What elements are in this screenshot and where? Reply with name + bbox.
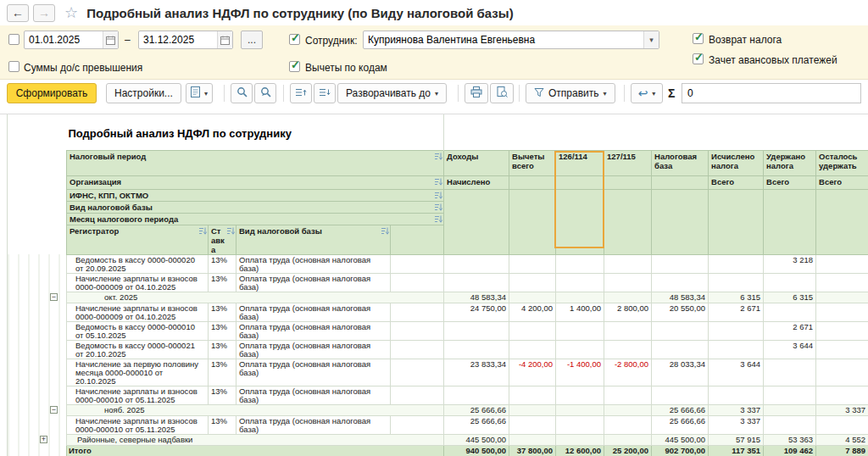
base-kind-cell[interactable]: Оплата труда (основная налоговая база) bbox=[236, 303, 391, 321]
value-cell[interactable]: 25 666,66 bbox=[444, 415, 509, 434]
sort-icon[interactable] bbox=[435, 153, 442, 161]
registrar-cell[interactable]: Начисление зарплаты и взносов 0000-00001… bbox=[67, 415, 209, 434]
value-cell[interactable]: 7 889 bbox=[816, 445, 868, 456]
deductions-by-code-checkbox[interactable] bbox=[289, 61, 300, 72]
value-cell[interactable]: 28 033,34 bbox=[652, 359, 709, 386]
report-title-cell[interactable]: Подробный анализ НДФЛ по сотруднику bbox=[67, 114, 444, 150]
value-cell[interactable] bbox=[604, 415, 652, 434]
value-cell[interactable] bbox=[604, 340, 652, 359]
value-cell[interactable] bbox=[556, 415, 604, 434]
column-subheader-cell[interactable]: Всего bbox=[764, 175, 816, 189]
value-cell[interactable]: 20 550,00 bbox=[652, 303, 709, 321]
value-cell[interactable] bbox=[604, 404, 652, 415]
value-cell[interactable] bbox=[764, 359, 816, 386]
value-cell[interactable] bbox=[816, 292, 868, 303]
value-cell[interactable]: 3 644 bbox=[709, 359, 764, 386]
autosum-field[interactable]: 0 bbox=[682, 83, 861, 103]
group-label-cell[interactable]: нояб. 2025 bbox=[67, 404, 444, 415]
favorites-star-icon[interactable]: ☆ bbox=[64, 3, 78, 22]
value-cell[interactable] bbox=[556, 254, 604, 273]
value-cell[interactable] bbox=[444, 321, 509, 340]
spare-cell[interactable] bbox=[391, 321, 444, 340]
row-header-base-kind[interactable]: Вид налоговой базы bbox=[67, 201, 444, 213]
value-cell[interactable]: 57 915 bbox=[709, 434, 764, 445]
base-kind-cell[interactable]: Оплата труда (основная налоговая база) bbox=[236, 386, 391, 404]
value-cell[interactable]: 12 600,00 bbox=[556, 445, 604, 456]
value-cell[interactable] bbox=[816, 273, 868, 292]
column-header-cell[interactable]: Осталось удержать bbox=[816, 150, 868, 175]
value-cell[interactable]: 53 363 bbox=[764, 434, 816, 445]
value-cell[interactable]: 445 500,00 bbox=[652, 434, 709, 445]
value-cell[interactable] bbox=[816, 303, 868, 321]
value-cell[interactable] bbox=[764, 415, 816, 434]
date-to-field[interactable]: 31.12.2025 bbox=[138, 31, 233, 49]
value-cell[interactable]: -2 800,00 bbox=[604, 359, 652, 386]
value-cell[interactable] bbox=[509, 340, 556, 359]
value-cell[interactable] bbox=[816, 340, 868, 359]
period-more-button[interactable]: ... bbox=[241, 31, 263, 49]
column-header-cell[interactable]: Удержано налога bbox=[764, 150, 816, 175]
group-label-cell[interactable]: окт. 2025 bbox=[67, 292, 444, 303]
value-cell[interactable] bbox=[444, 254, 509, 273]
registrar-cell[interactable]: Ведомость в кассу 0000-000010 от 05.10.2… bbox=[67, 321, 209, 340]
value-cell[interactable] bbox=[816, 321, 868, 340]
spare-cell[interactable] bbox=[391, 359, 444, 386]
value-cell[interactable] bbox=[604, 434, 652, 445]
value-cell[interactable]: 3 337 bbox=[816, 404, 868, 415]
value-cell[interactable]: 940 500,00 bbox=[444, 445, 509, 456]
base-kind-cell[interactable]: Оплата труда (основная налоговая база) bbox=[236, 321, 391, 340]
back-button[interactable]: ← bbox=[7, 4, 29, 22]
value-cell[interactable] bbox=[509, 386, 556, 404]
column-header-registrar[interactable]: Регистратор bbox=[67, 225, 209, 254]
column-subheader-cell[interactable]: Всего bbox=[816, 175, 868, 189]
expand-groups-button[interactable] bbox=[314, 83, 336, 103]
column-subheader-cell[interactable] bbox=[652, 175, 709, 189]
column-header-rate[interactable]: Ставка bbox=[209, 225, 236, 254]
value-cell[interactable] bbox=[709, 273, 764, 292]
value-cell[interactable] bbox=[604, 292, 652, 303]
registrar-cell[interactable]: Ведомость в кассу 0000-000021 от 20.10.2… bbox=[67, 340, 209, 359]
sort-icon[interactable] bbox=[435, 215, 442, 224]
row-header-tax-period[interactable]: Налоговый период bbox=[67, 150, 444, 175]
row-header-ifns[interactable]: ИФНС, КПП, ОКТМО bbox=[67, 189, 444, 201]
search-button[interactable] bbox=[231, 83, 253, 103]
column-subheader-cell[interactable] bbox=[556, 175, 604, 189]
value-cell[interactable] bbox=[652, 273, 709, 292]
value-cell[interactable] bbox=[816, 386, 868, 404]
employee-combobox[interactable]: Куприянова Валентина Евгеньевна ▾ bbox=[363, 31, 659, 49]
sort-icon[interactable] bbox=[435, 178, 442, 186]
sort-icon[interactable] bbox=[435, 203, 442, 212]
settings-button[interactable]: Настройки... bbox=[106, 83, 181, 103]
value-cell[interactable] bbox=[764, 303, 816, 321]
value-cell[interactable] bbox=[816, 359, 868, 386]
rate-cell[interactable]: 13% bbox=[209, 321, 236, 340]
value-cell[interactable] bbox=[509, 292, 556, 303]
value-cell[interactable] bbox=[604, 386, 652, 404]
value-cell[interactable] bbox=[652, 340, 709, 359]
value-cell[interactable]: 25 666,66 bbox=[652, 404, 709, 415]
dropdown-caret-icon[interactable]: ▾ bbox=[643, 31, 659, 48]
value-cell[interactable] bbox=[709, 386, 764, 404]
group-label-cell[interactable]: Районные, северные надбавки bbox=[67, 434, 444, 445]
value-cell[interactable] bbox=[444, 273, 509, 292]
period-checkbox[interactable] bbox=[8, 34, 19, 45]
deductions-by-code-label[interactable]: Вычеты по кодам bbox=[305, 62, 387, 74]
tax-refund-checkbox[interactable] bbox=[693, 33, 704, 44]
column-header-cell[interactable]: 127/115 bbox=[604, 150, 652, 175]
rate-cell[interactable]: 13% bbox=[209, 340, 236, 359]
value-cell[interactable] bbox=[709, 340, 764, 359]
rate-cell[interactable]: 13% bbox=[209, 273, 236, 292]
value-cell[interactable]: 48 583,34 bbox=[652, 292, 709, 303]
print-button[interactable] bbox=[465, 83, 488, 103]
spare-cell[interactable] bbox=[391, 415, 444, 434]
cancel-search-button[interactable] bbox=[254, 83, 276, 103]
report-variant-button[interactable]: ▾ bbox=[186, 83, 213, 103]
excess-sums-label[interactable]: Суммы до/с превышения bbox=[24, 62, 142, 74]
value-cell[interactable]: 25 200,00 bbox=[604, 445, 652, 456]
value-cell[interactable] bbox=[509, 273, 556, 292]
calendar-icon[interactable] bbox=[217, 31, 232, 48]
value-cell[interactable] bbox=[509, 434, 556, 445]
value-cell[interactable] bbox=[556, 273, 604, 292]
send-button[interactable]: Отправить ▾ bbox=[526, 83, 615, 103]
registrar-cell[interactable]: Начисление зарплаты и взносов 0000-00000… bbox=[67, 303, 209, 321]
